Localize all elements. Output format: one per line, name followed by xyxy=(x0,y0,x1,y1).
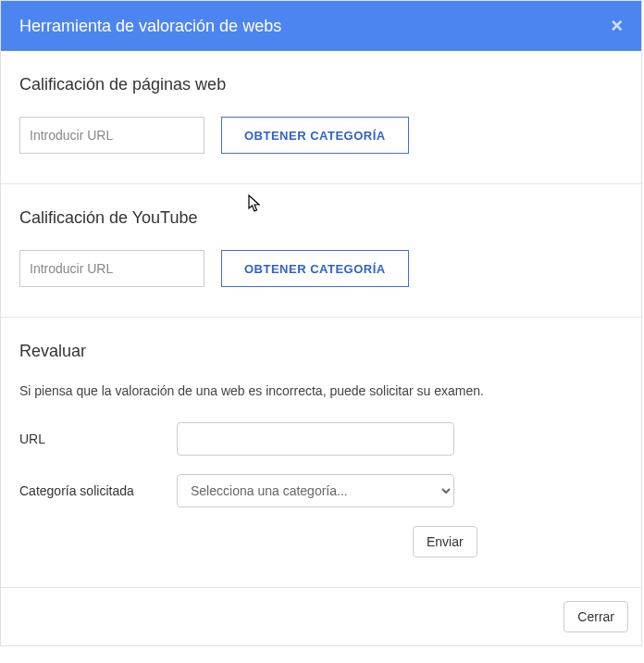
web-url-input[interactable] xyxy=(19,117,204,154)
youtube-input-row: OBTENER CATEGORÍA xyxy=(19,250,623,287)
youtube-get-category-button[interactable]: OBTENER CATEGORÍA xyxy=(221,250,409,287)
modal-header: Herramienta de valoración de webs × xyxy=(1,1,641,51)
reval-category-row: Categoría solicitada Selecciona una cate… xyxy=(19,474,623,507)
section-heading-reval: Revaluar xyxy=(19,342,623,361)
reval-category-label: Categoría solicitada xyxy=(19,483,177,498)
reval-description: Si piensa que la valoración de una web e… xyxy=(19,383,623,398)
section-heading-web: Calificación de páginas web xyxy=(19,75,623,94)
reval-send-row: Enviar xyxy=(19,526,623,557)
section-reval: Revaluar Si piensa que la valoración de … xyxy=(1,317,641,587)
reval-url-row: URL xyxy=(19,422,623,456)
close-icon[interactable]: × xyxy=(611,16,623,36)
reval-url-input[interactable] xyxy=(177,422,454,456)
section-web-rating: Calificación de páginas web OBTENER CATE… xyxy=(1,51,641,183)
reval-send-button[interactable]: Enviar xyxy=(413,526,477,557)
reval-category-select[interactable]: Selecciona una categoría... xyxy=(177,474,454,507)
modal-footer: Cerrar xyxy=(1,587,641,645)
web-input-row: OBTENER CATEGORÍA xyxy=(19,117,623,154)
modal-body: Calificación de páginas web OBTENER CATE… xyxy=(1,51,641,587)
reval-url-label: URL xyxy=(19,432,177,446)
modal-dialog: Herramienta de valoración de webs × Cali… xyxy=(0,0,642,646)
section-youtube-rating: Calificación de YouTube OBTENER CATEGORÍ… xyxy=(1,183,641,317)
youtube-url-input[interactable] xyxy=(19,250,204,287)
web-get-category-button[interactable]: OBTENER CATEGORÍA xyxy=(221,117,409,154)
modal-title: Herramienta de valoración de webs xyxy=(19,17,281,36)
close-button[interactable]: Cerrar xyxy=(564,601,628,632)
section-heading-youtube: Calificación de YouTube xyxy=(19,208,623,228)
